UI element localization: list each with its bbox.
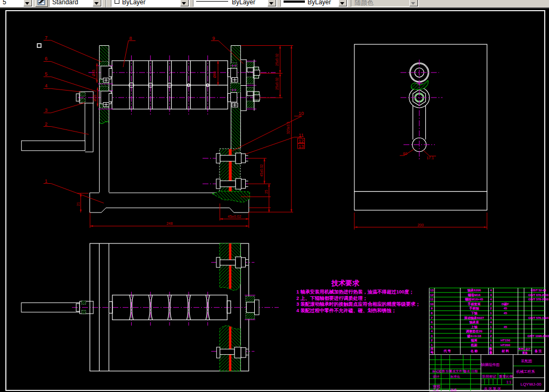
svg-text:螺母M16: 螺母M16 xyxy=(467,293,481,297)
svg-text:10: 10 xyxy=(430,303,434,306)
svg-text:材 料: 材 料 xyxy=(501,349,509,353)
svg-text:工艺: 工艺 xyxy=(433,388,439,391)
svg-text:装配图: 装配图 xyxy=(521,359,532,363)
svg-text:45±0.02: 45±0.02 xyxy=(260,164,263,177)
svg-text:4: 4 xyxy=(45,83,47,88)
svg-text:3: 3 xyxy=(45,108,47,113)
svg-text:11: 11 xyxy=(430,298,434,301)
svg-text:Ø60: Ø60 xyxy=(213,71,216,78)
svg-text:量: 量 xyxy=(489,350,493,354)
svg-text:标准化: 标准化 xyxy=(450,375,460,379)
svg-text:D碳F: D碳F xyxy=(502,302,509,306)
svg-text:LQYWJ-00: LQYWJ-00 xyxy=(520,382,542,387)
svg-text:45: 45 xyxy=(504,312,507,315)
svg-text:3 装配滚动轴承时的接触斑点应符合相应的精度等级要求；: 3 装配滚动轴承时的接触斑点应符合相应的精度等级要求； xyxy=(296,301,421,307)
svg-text:3: 3 xyxy=(431,334,433,338)
svg-text:GB/T 576-1994: GB/T 576-1994 xyxy=(528,316,549,320)
svg-text:5: 5 xyxy=(45,71,47,77)
svg-text:4: 4 xyxy=(490,316,492,320)
svg-text:25±0.02: 25±0.02 xyxy=(275,77,279,90)
svg-text:GB/T 1096-2003: GB/T 1096-2003 xyxy=(528,334,549,338)
svg-text:7: 7 xyxy=(431,316,433,320)
svg-text:7: 7 xyxy=(45,35,47,40)
svg-text:1: 1 xyxy=(45,178,47,184)
svg-text:HT200: HT200 xyxy=(500,344,511,347)
svg-text:13: 13 xyxy=(298,144,304,149)
svg-text:共 张 第 张: 共 张 第 张 xyxy=(484,387,501,391)
svg-text:2 上、下辊轴都要进行调质处理；: 2 上、下辊轴都要进行调质处理； xyxy=(296,296,368,301)
svg-text:1: 1 xyxy=(490,325,492,329)
svg-text:机械工程系: 机械工程系 xyxy=(516,370,535,374)
svg-text:60: 60 xyxy=(403,152,407,156)
svg-text:45±0.02: 45±0.02 xyxy=(228,215,241,218)
svg-text:签名: 签名 xyxy=(464,370,470,373)
svg-text:12: 12 xyxy=(430,293,434,297)
svg-text:下轴: 下轴 xyxy=(471,311,478,315)
svg-text:4: 4 xyxy=(431,330,433,333)
svg-text:1: 1 xyxy=(490,344,492,347)
svg-text:机架: 机架 xyxy=(471,343,478,347)
svg-text:名 称: 名 称 xyxy=(470,349,479,353)
svg-text:12: 12 xyxy=(298,138,304,144)
svg-text:更改文件号: 更改文件号 xyxy=(449,369,465,373)
svg-text:248: 248 xyxy=(166,222,173,225)
svg-text:Ø35: Ø35 xyxy=(93,94,96,101)
svg-text:8: 8 xyxy=(431,312,433,315)
svg-text:总计: 总计 xyxy=(525,347,531,351)
svg-text:1: 1 xyxy=(431,344,433,347)
svg-text:2: 2 xyxy=(45,121,47,127)
svg-text:辊筒: 辊筒 xyxy=(471,338,478,342)
svg-text:单件: 单件 xyxy=(518,347,523,350)
svg-text:技术要求: 技术要求 xyxy=(331,279,360,287)
svg-text:重量: 重量 xyxy=(499,374,506,378)
svg-text:5: 5 xyxy=(431,325,433,329)
svg-text:9: 9 xyxy=(212,36,215,41)
svg-text:45: 45 xyxy=(504,307,507,310)
svg-text:比例: 比例 xyxy=(506,374,513,379)
svg-text:200: 200 xyxy=(417,223,424,227)
svg-text:2: 2 xyxy=(490,330,492,333)
svg-text:手柄套筒: 手柄套筒 xyxy=(467,302,481,306)
svg-text:螺栓M16×45: 螺栓M16×45 xyxy=(465,297,484,301)
svg-text:代 号: 代 号 xyxy=(443,349,451,353)
svg-text:1 轴承安装用机械加热进行热装，油温不得超过100度；: 1 轴承安装用机械加热进行热装，油温不得超过100度； xyxy=(296,289,414,295)
svg-text:2: 2 xyxy=(431,339,433,342)
svg-text:数: 数 xyxy=(489,347,493,351)
svg-text:2: 2 xyxy=(490,307,492,310)
svg-text:重量: 重量 xyxy=(522,351,528,354)
svg-text:4: 4 xyxy=(490,321,492,324)
svg-text:45: 45 xyxy=(504,325,507,329)
svg-text:2: 2 xyxy=(490,303,492,306)
svg-text:设计: 设计 xyxy=(433,374,439,378)
svg-text:9: 9 xyxy=(431,307,433,310)
svg-text:上轴: 上轴 xyxy=(471,325,478,329)
svg-text:8: 8 xyxy=(129,36,132,41)
svg-text:6: 6 xyxy=(431,321,433,324)
svg-text:GB/T 678-2000: GB/T 678-2000 xyxy=(528,293,548,297)
svg-text:25: 25 xyxy=(264,190,268,194)
svg-text:备 注: 备 注 xyxy=(534,349,542,353)
svg-text:10: 10 xyxy=(298,111,304,116)
svg-text:轴辆组件图: 轴辆组件图 xyxy=(481,363,500,367)
svg-text:4: 4 xyxy=(490,289,492,292)
svg-text:轴承6206: 轴承6206 xyxy=(467,288,481,292)
svg-text:1:1: 1:1 xyxy=(506,380,511,384)
svg-text:4: 4 xyxy=(490,293,492,297)
svg-text:处数: 处数 xyxy=(438,369,445,373)
svg-text:1: 1 xyxy=(490,312,492,315)
svg-text:滚动轴承6027: 滚动轴承6027 xyxy=(464,316,485,320)
svg-text:17.1: 17.1 xyxy=(426,156,434,160)
svg-text:键4×4×18: 键4×4×18 xyxy=(466,334,481,338)
svg-text:手柄轴: 手柄轴 xyxy=(469,306,479,311)
svg-text:4: 4 xyxy=(490,298,492,301)
svg-text:21: 21 xyxy=(76,202,80,206)
svg-text:阶段标记: 阶段标记 xyxy=(482,374,497,379)
svg-text:HT150: HT150 xyxy=(500,339,511,342)
svg-text:13: 13 xyxy=(430,289,434,292)
svg-text:Ø35: Ø35 xyxy=(92,69,95,76)
svg-text:日期: 日期 xyxy=(471,370,478,373)
svg-text:11: 11 xyxy=(298,133,303,138)
svg-text:轴承座: 轴承座 xyxy=(469,320,479,324)
svg-text:6: 6 xyxy=(45,56,47,61)
svg-text:1: 1 xyxy=(490,339,492,342)
